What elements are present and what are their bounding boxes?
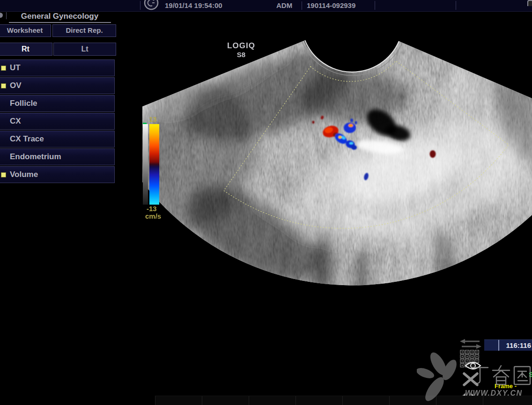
topbar-divider — [302, 1, 302, 10]
topbar-divider — [375, 1, 375, 10]
scale-unit-label: cm/s — [145, 212, 161, 220]
scale-min-label: -13 — [147, 205, 157, 213]
machine-model-label: LOGIQ S8 — [213, 41, 269, 59]
softkey-divider — [389, 396, 390, 405]
tab-left[interactable]: Lt — [53, 43, 116, 56]
softkey-divider — [155, 396, 155, 405]
adm-label: ADM — [276, 1, 292, 9]
sidebar-item-label: CX — [10, 117, 21, 125]
cine-bar-divider — [498, 340, 499, 351]
sidebar-item-label: CX Trace — [10, 134, 44, 143]
topbar-divider — [140, 1, 140, 10]
flower-watermark-icon — [417, 349, 469, 405]
tissue-shading — [128, 32, 532, 306]
adm-value: 190114-092939 — [307, 1, 355, 9]
cine-counter-bar: 116:116 — [484, 339, 532, 351]
tab-right[interactable]: Rt — [0, 43, 52, 56]
softkey-divider — [249, 396, 249, 405]
grayscale-bar — [143, 124, 148, 205]
sidebar-item-cx-trace[interactable]: CX Trace — [0, 131, 115, 147]
datetime-display: 19/01/14 19:54:00 — [165, 1, 222, 9]
sidebar-item-ov[interactable]: OV — [0, 77, 115, 94]
model-line2: S8 — [213, 51, 269, 59]
lock-icon — [527, 0, 532, 6]
topbar-divider — [456, 1, 456, 10]
softkey-divider — [296, 396, 296, 405]
sidebar-item-label: Follicle — [10, 99, 37, 108]
exam-category-header[interactable]: General Gynecology — [0, 12, 114, 21]
bullet-square-icon — [1, 83, 6, 88]
cine-counter: 116:116 — [501, 340, 531, 351]
bullet-square-icon — [1, 172, 6, 177]
softkey-divider — [342, 396, 343, 405]
top-status-bar: 19/01/14 19:54:00 ADM 190114-092939 — [0, 0, 532, 12]
watermark-cjk-text — [469, 363, 532, 389]
sidebar-item-cx[interactable]: CX — [0, 113, 115, 130]
sidebar-item-volume[interactable]: Volume — [0, 166, 115, 183]
sidebar-item-follicle[interactable]: Follicle — [0, 95, 115, 112]
worksheet-button[interactable]: Worksheet — [0, 24, 51, 37]
ge-logo-icon — [143, 0, 159, 11]
model-line1: LOGIQ — [213, 41, 269, 51]
doppler-velocity-bar — [149, 124, 159, 205]
exam-category-label: General Gynecology — [9, 12, 111, 23]
softkey-divider — [202, 396, 202, 405]
direct-report-button[interactable]: Direct Rep. — [52, 24, 116, 37]
swap-arrows-icon[interactable] — [459, 339, 483, 350]
sidebar-item-label: Endometrium — [10, 152, 61, 161]
sidebar-item-label: UT — [10, 63, 21, 72]
sidebar-item-label: OV — [10, 81, 22, 90]
sidebar-item-label: Volume — [10, 170, 38, 179]
ultrasound-screen: 19/01/14 19:54:00 ADM 190114-092939 Gene… — [0, 0, 532, 405]
watermark-url: WWW.DXY.CN — [465, 389, 523, 398]
sidebar-item-ut[interactable]: UT — [0, 59, 115, 76]
scale-max-label: 13 — [149, 115, 157, 123]
sidebar-item-endometrium[interactable]: Endometrium — [0, 148, 115, 165]
bullet-square-icon — [1, 66, 6, 71]
